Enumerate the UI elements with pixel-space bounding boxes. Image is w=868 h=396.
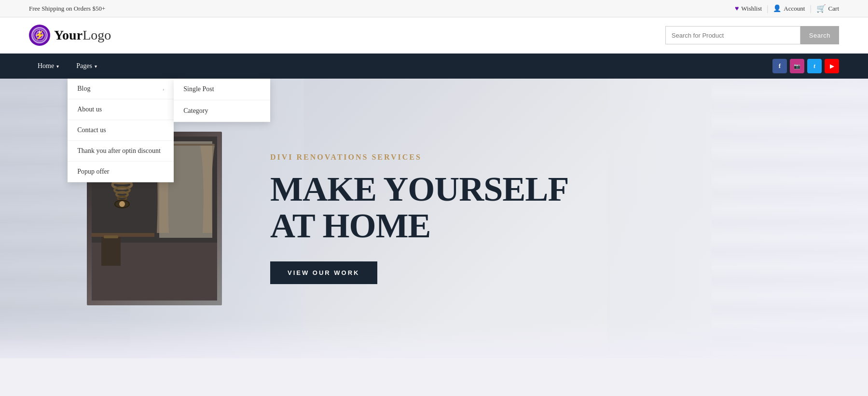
blog-subdropdown: Single Post Category (174, 79, 270, 122)
svg-rect-21 (92, 233, 154, 237)
account-label: Account (784, 5, 805, 13)
twitter-icon[interactable]: t (807, 59, 822, 73)
dropdown-about-label: About us (77, 106, 102, 113)
single-post-label: Single Post (183, 85, 214, 93)
hero-cta-button[interactable]: View Our Work (270, 261, 377, 284)
account-icon: 👤 (773, 4, 781, 13)
dropdown-contact-label: Contact us (77, 126, 106, 134)
hero-title-line1: Make Yourself (270, 171, 568, 208)
dropdown-popup-label: Popup offer (77, 168, 109, 176)
cart-icon: 🛒 (816, 4, 826, 13)
logo[interactable]: YourLogo (29, 25, 111, 46)
nav-home[interactable]: Home ▾ (29, 54, 68, 79)
navbar: Home ▾ Pages ▾ Blog › Single Post Cate (0, 54, 868, 79)
divider-1: | (767, 4, 768, 13)
category-label: Category (183, 107, 208, 114)
pages-dropdown: Blog › Single Post Category About us (68, 79, 174, 182)
search-button[interactable]: Search (800, 26, 839, 44)
top-bar: Free Shipping on Orders $50+ ♥ Wishlist … (0, 0, 868, 17)
nav-pages-label: Pages (76, 62, 92, 70)
svg-rect-22 (101, 237, 121, 266)
dropdown-about[interactable]: About us (68, 99, 174, 120)
cart-link[interactable]: 🛒 Cart (816, 4, 839, 13)
blog-chevron-icon: › (163, 86, 164, 92)
dropdown-blog[interactable]: Blog › Single Post Category (68, 79, 174, 99)
svg-point-20 (119, 201, 125, 207)
nav-pages[interactable]: Pages ▾ Blog › Single Post Category (68, 54, 106, 79)
dropdown-contact[interactable]: Contact us (68, 120, 174, 141)
hero-bottom-fade (0, 320, 868, 358)
wishlist-icon: ♥ (735, 5, 739, 13)
dropdown-blog-label: Blog (77, 85, 90, 93)
hero-title-line2: At Home (270, 208, 568, 245)
cart-label: Cart (828, 5, 839, 13)
dropdown-popup[interactable]: Popup offer (68, 162, 174, 182)
dropdown-thankyou-label: Thank you after optin discount (77, 147, 161, 155)
curtain-texture-right (712, 79, 868, 358)
wishlist-label: Wishlist (741, 5, 762, 13)
subdropdown-category[interactable]: Category (174, 100, 270, 122)
svg-point-1 (36, 32, 43, 39)
wishlist-link[interactable]: ♥ Wishlist (735, 5, 762, 13)
hero-subtitle: Divi Renovations Services (270, 153, 568, 162)
subdropdown-single-post[interactable]: Single Post (174, 79, 270, 100)
svg-line-4 (38, 31, 40, 33)
account-link[interactable]: 👤 Account (773, 4, 805, 13)
shipping-message: Free Shipping on Orders $50+ (29, 5, 105, 13)
svg-rect-23 (104, 235, 118, 238)
social-icons: f 📷 t ▶ (772, 59, 839, 73)
nav-left: Home ▾ Pages ▾ Blog › Single Post Cate (29, 54, 106, 79)
search-input[interactable] (665, 26, 800, 44)
header: YourLogo Search (0, 17, 868, 54)
nav-home-label: Home (38, 62, 54, 70)
pages-chevron-icon: ▾ (95, 64, 97, 69)
top-bar-right: ♥ Wishlist | 👤 Account | 🛒 Cart (735, 4, 839, 13)
facebook-icon[interactable]: f (772, 59, 787, 73)
instagram-icon[interactable]: 📷 (790, 59, 804, 73)
svg-point-0 (34, 29, 45, 41)
logo-bold: Your (54, 27, 83, 42)
divider-2: | (810, 4, 811, 13)
logo-light: Logo (83, 27, 111, 42)
home-chevron-icon: ▾ (56, 64, 59, 69)
svg-line-5 (40, 31, 41, 33)
youtube-icon[interactable]: ▶ (825, 59, 839, 73)
hero-content: Divi Renovations Services Make Yourself … (270, 153, 568, 284)
logo-text: YourLogo (54, 27, 111, 43)
hero-title: Make Yourself At Home (270, 171, 568, 244)
dropdown-thankyou[interactable]: Thank you after optin discount (68, 141, 174, 162)
search-area: Search (665, 26, 839, 44)
logo-icon (29, 25, 50, 46)
